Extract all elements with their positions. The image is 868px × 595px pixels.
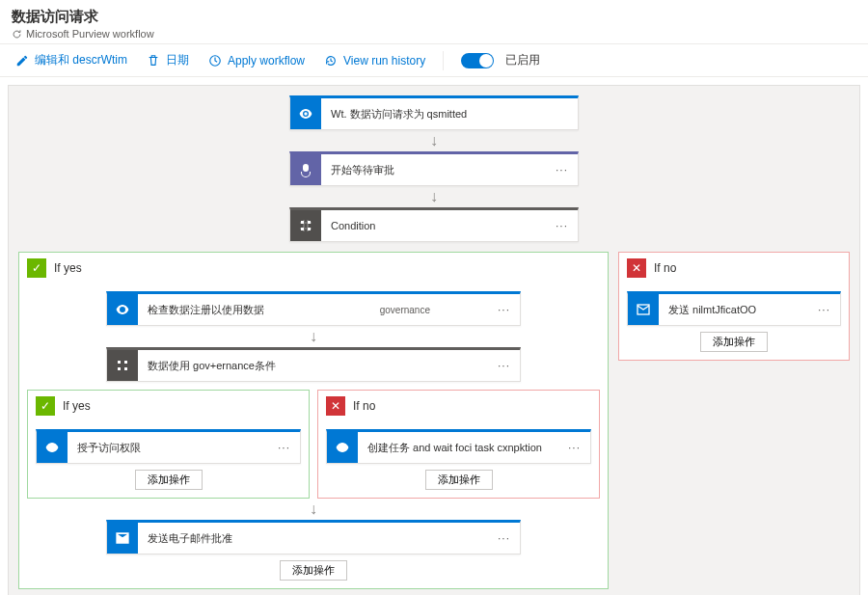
date-button[interactable]: 日期 (139, 48, 197, 72)
eye-icon (290, 98, 321, 129)
eye-icon (37, 432, 68, 463)
inner-branch-no: ✕ If no 创建任务 and wait foci task cxnpktio… (317, 390, 600, 499)
branch-if-no: ✕ If no 发送 nilmtJficatOO ··· 添加操作 (618, 252, 850, 361)
inner-yes-label: If yes (63, 399, 91, 413)
history-icon (324, 54, 338, 68)
more-button[interactable]: ··· (488, 303, 520, 316)
page-title: 数据访问请求 (12, 8, 856, 26)
page-subtitle: Microsoft Purview workflow (12, 28, 856, 40)
more-button[interactable]: ··· (558, 441, 590, 454)
close-icon: ✕ (326, 396, 345, 416)
mail-icon (628, 294, 659, 325)
close-icon: ✕ (627, 258, 646, 278)
create-task-label: 创建任务 and wait foci task cxnpktion (358, 441, 558, 455)
condition-icon (107, 350, 138, 381)
more-button[interactable]: ··· (546, 163, 578, 176)
add-action-button[interactable]: 添加操作 (700, 332, 768, 352)
condition-label: Condition (321, 220, 546, 231)
enabled-toggle[interactable]: 已启用 (453, 48, 548, 72)
send-email-approve-label: 发送电子邮件批准 (138, 531, 488, 546)
eye-icon (327, 432, 358, 463)
approval-label: 开始等待审批 (321, 163, 546, 177)
branch-yes-label: If yes (54, 261, 82, 275)
check-icon: ✓ (27, 258, 46, 278)
send-email-approve-card[interactable]: 发送电子邮件批准 ··· (106, 520, 521, 554)
add-action-button[interactable]: 添加操作 (425, 470, 493, 490)
add-action-button[interactable]: 添加操作 (135, 470, 203, 490)
send-notification-card[interactable]: 发送 nilmtJficatOO ··· (627, 291, 841, 326)
condition-card[interactable]: Condition ··· (289, 207, 579, 242)
check-icon: ✓ (36, 396, 55, 416)
create-task-card[interactable]: 创建任务 and wait foci task cxnpktion ··· (326, 429, 591, 464)
arrow-down-icon: ↓ (430, 189, 438, 204)
inner-no-label: If no (353, 399, 375, 413)
workflow-canvas: Wt. 数据访问请求为 qsmitted ↓ 开始等待审批 ··· ↓ Cond… (8, 85, 860, 595)
mail-icon (107, 523, 138, 554)
eye-icon (107, 294, 138, 325)
edit-button[interactable]: 编辑和 descrWtim (8, 48, 135, 72)
arrow-down-icon: ↓ (310, 329, 317, 344)
data-condition-card[interactable]: 数据使用 gov+ernance条件 ··· (106, 347, 521, 382)
more-button[interactable]: ··· (808, 303, 840, 316)
inner-branch-yes: ✓ If yes 授予访问权限 ··· 添加操作 (27, 390, 310, 499)
approval-icon (290, 154, 321, 185)
grant-access-card[interactable]: 授予访问权限 ··· (36, 429, 301, 464)
arrow-down-icon: ↓ (310, 501, 317, 517)
more-button[interactable]: ··· (268, 441, 300, 454)
grant-access-label: 授予访问权限 (68, 441, 268, 455)
send-notification-label: 发送 nilmtJficatOO (659, 303, 808, 317)
apply-icon (208, 54, 222, 68)
approval-card[interactable]: 开始等待审批 ··· (289, 151, 579, 186)
condition-icon (290, 210, 321, 241)
check-data-card[interactable]: 检查数据注册以使用数据 governance ··· (106, 291, 521, 326)
branch-no-label: If no (654, 261, 676, 275)
toggle-switch-icon (461, 53, 494, 68)
arrow-down-icon: ↓ (430, 133, 438, 149)
apply-workflow-button[interactable]: Apply workflow (201, 50, 312, 71)
edit-icon (15, 54, 29, 68)
refresh-icon (12, 29, 22, 40)
view-history-button[interactable]: View run history (316, 50, 433, 71)
trash-icon (147, 54, 160, 68)
data-condition-label: 数据使用 gov+ernance条件 (138, 359, 488, 373)
check-data-sub: governance (380, 305, 488, 315)
branch-if-yes: ✓ If yes 检查数据注册以使用数据 governance ··· ↓ (18, 252, 609, 589)
check-data-label: 检查数据注册以使用数据 (138, 303, 380, 317)
more-button[interactable]: ··· (546, 219, 578, 232)
toolbar: 编辑和 descrWtim 日期 Apply workflow View run… (0, 43, 868, 77)
more-button[interactable]: ··· (488, 531, 520, 545)
more-button[interactable]: ··· (488, 359, 520, 372)
add-action-button[interactable]: 添加操作 (280, 560, 347, 581)
trigger-card[interactable]: Wt. 数据访问请求为 qsmitted (289, 95, 579, 130)
trigger-label: Wt. 数据访问请求为 qsmitted (321, 107, 578, 122)
